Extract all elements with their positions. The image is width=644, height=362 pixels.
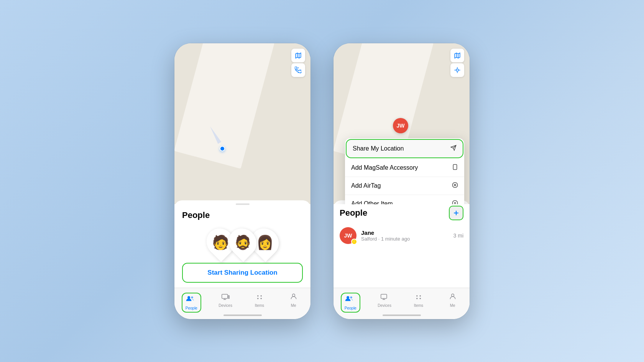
add-other-icon: [452, 200, 458, 204]
dropdown-airtag-label: Add AirTag: [351, 182, 381, 189]
svg-rect-24: [453, 164, 457, 169]
map-type-button[interactable]: [291, 49, 305, 62]
svg-rect-9: [222, 294, 228, 298]
map-controls-2: [450, 49, 464, 77]
share-location-icon: [450, 145, 457, 152]
jane-info: Jane Salford · 1 minute ago: [361, 229, 449, 242]
map-type-button-2[interactable]: [450, 49, 464, 62]
jane-name: Jane: [361, 229, 449, 236]
tab-me-2[interactable]: Me: [435, 291, 470, 309]
items-tab-icon: [255, 293, 264, 303]
svg-point-40: [451, 294, 454, 296]
svg-rect-35: [381, 294, 387, 298]
jw-avatar: JW: [393, 118, 408, 133]
map-view-2: JW: [334, 43, 470, 204]
map-view-1: [174, 43, 310, 204]
avatar-2: 🧔: [223, 223, 262, 262]
tab-people-1[interactable]: People: [174, 291, 209, 314]
map-controls: [291, 49, 305, 77]
svg-point-7: [187, 296, 190, 299]
jane-subtitle: Salford · 1 minute ago: [361, 236, 449, 242]
add-person-button[interactable]: [449, 206, 463, 220]
tab-items-2[interactable]: Items: [402, 291, 436, 309]
svg-rect-10: [228, 295, 230, 298]
dropdown-menu: Share My Location Add MagSafe Accessory: [345, 138, 464, 204]
tab-label-items-2: Items: [414, 303, 423, 308]
jane-badge: ⭐: [351, 239, 357, 245]
home-indicator-1: [223, 314, 262, 316]
svg-point-37: [419, 295, 421, 296]
tab-label-items-1: Items: [255, 303, 264, 308]
svg-point-12: [260, 295, 261, 296]
tab-me-1[interactable]: Me: [276, 291, 310, 309]
location-dot: [220, 146, 225, 151]
svg-point-39: [419, 298, 421, 299]
magsafe-icon: [452, 164, 458, 172]
svg-point-27: [454, 184, 456, 186]
jane-distance: 3 mi: [453, 233, 463, 239]
svg-point-23: [456, 69, 458, 71]
avatars-row: 🧑 🧔 👩: [174, 224, 310, 263]
tab-people-2[interactable]: People: [334, 291, 368, 314]
tab-devices-2[interactable]: Devices: [368, 291, 402, 309]
dropdown-magsafe-label: Add MagSafe Accessory: [351, 164, 418, 171]
phone-1: People 🧑 🧔 👩 Start Sharing Location: [174, 43, 310, 319]
tab-label-people-1: People: [186, 306, 197, 310]
start-sharing-button[interactable]: Start Sharing Location: [182, 263, 303, 283]
me-tab-icon-2: [449, 293, 457, 303]
devices-tab-icon: [221, 293, 230, 303]
tab-items-1[interactable]: Items: [243, 291, 277, 309]
dropdown-share-label: Share My Location: [353, 145, 404, 152]
jane-initials: JW: [344, 233, 352, 239]
tab-label-people-2: People: [345, 306, 356, 310]
person-row-jane[interactable]: JW ⭐ Jane Salford · 1 minute ago 3 mi: [334, 223, 470, 248]
dropdown-other-item[interactable]: Add Other Item: [345, 195, 464, 204]
svg-point-26: [452, 182, 457, 187]
svg-point-33: [347, 296, 349, 299]
home-indicator-2: [383, 314, 421, 316]
panel-title-2: People: [340, 208, 367, 218]
tab-label-devices-1: Devices: [219, 303, 232, 308]
svg-point-11: [257, 295, 258, 296]
people-tab-icon-2: [345, 294, 356, 304]
location-center-button-2[interactable]: [450, 63, 464, 77]
dropdown-share-location[interactable]: Share My Location: [346, 139, 463, 158]
svg-point-34: [350, 296, 352, 298]
dropdown-magsafe[interactable]: Add MagSafe Accessory: [345, 159, 464, 177]
airtag-icon: [452, 182, 458, 190]
svg-point-36: [416, 295, 417, 296]
panel-title-1: People: [174, 205, 310, 224]
jane-avatar: JW ⭐: [340, 227, 356, 244]
people-tab-icon: [186, 294, 197, 304]
svg-point-14: [260, 298, 261, 299]
items-tab-icon-2: [414, 293, 423, 303]
svg-point-8: [191, 296, 193, 298]
phone-2: JW: [334, 43, 470, 319]
tab-devices-1[interactable]: Devices: [209, 291, 243, 309]
tab-label-me-2: Me: [450, 303, 455, 308]
svg-marker-16: [455, 53, 460, 58]
jw-location-pin: JW: [393, 118, 408, 133]
svg-point-15: [292, 294, 295, 296]
phones-container: People 🧑 🧔 👩 Start Sharing Location: [174, 43, 470, 319]
tab-label-devices-2: Devices: [378, 303, 391, 308]
location-center-button[interactable]: [291, 63, 305, 77]
svg-point-38: [416, 298, 417, 299]
dropdown-other-label: Add Other Item: [351, 200, 393, 204]
tab-label-me-1: Me: [291, 303, 296, 308]
svg-point-13: [257, 298, 258, 299]
svg-marker-0: [296, 53, 301, 58]
devices-tab-icon-2: [380, 293, 389, 303]
dropdown-airtag[interactable]: Add AirTag: [345, 177, 464, 195]
me-tab-icon: [290, 293, 297, 303]
